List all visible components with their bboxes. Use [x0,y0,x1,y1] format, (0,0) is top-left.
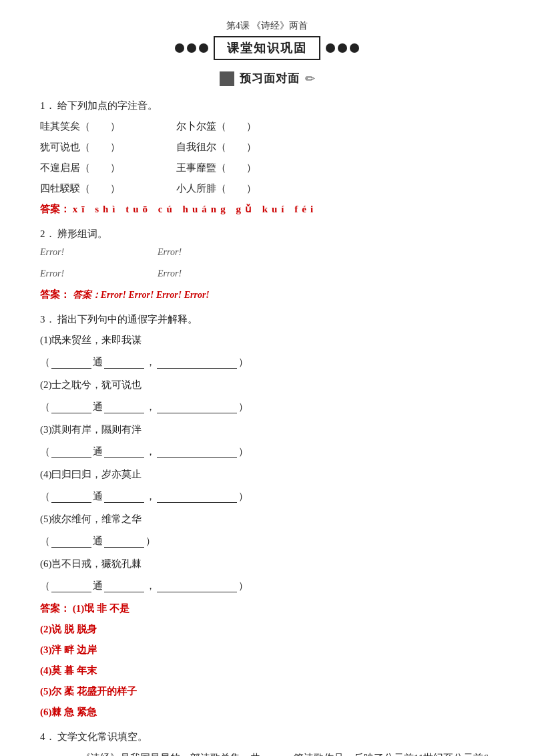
dot4 [326,43,335,53]
dot3 [199,43,208,53]
q1-left1: 哇其笑矣（ ） [40,121,120,132]
q1-row3: 不遑启居（ ） 王事靡盬（ ） [40,159,494,177]
paren-l: （ [40,486,50,506]
q3-answer-4: (4)莫 暮 年末 [40,662,494,680]
q3-blank1b[interactable] [104,355,144,369]
q1-right1: 尔卜尔筮（ ） [176,121,256,132]
square-icon [220,71,234,86]
paren-r: ） [238,441,248,461]
paren-r: ） [238,397,248,417]
q1-answer: 答案： xī shì tuō cú huáng gǔ kuí féi [40,200,494,218]
q3-answer-label: 答案： [40,603,70,614]
paren-r: ） [238,486,248,506]
question-2: 2． 辨形组词。 Error! Error! Error! Error! 答案：… [40,225,494,304]
q4-paragraph: 《诗经》是我国最早的一部诗歌总集，共篇诗歌作品，反映了公元前11世纪至公元前6世… [60,749,494,756]
q1-right3: 王事靡盬（ ） [176,162,256,173]
paren-l: （ [40,397,50,417]
q3-sub4-text: (4)曰归曰归，岁亦莫止 [40,465,494,484]
q4-label: 文学文化常识填空。 [57,731,148,742]
section-title-bar: 课堂知识巩固 [40,36,494,60]
q1-row4: 四牡騤騤（ ） 小人所腓（ ） [40,180,494,198]
paren-r: ） [238,352,248,372]
paren-r: ） [146,531,156,551]
q1-num: 1． [40,100,55,111]
q3-sub3-blank: （ 通 ， ） [40,441,494,461]
q3-answer-3: (3)泮 畔 边岸 [40,641,494,659]
q3-blank1c[interactable] [157,355,237,369]
q2-label: 辨形组词。 [57,228,107,239]
paren-l: （ [40,576,50,596]
q1-right2: 自我徂尔（ ） [176,142,256,152]
q1-answer-label: 答案： [40,204,70,214]
pencil-icon: ✏ [305,71,315,86]
q3-sub1-blank: （ 通 ， ） [40,352,494,372]
sub-title-bar: 预习面对面 ✏ [40,71,494,86]
q2-error2a: Error! [40,268,64,279]
q3-blank5a[interactable] [51,534,91,548]
q1-left2: 犹可说也（ ） [40,142,120,152]
q3-blank6a[interactable] [51,579,91,592]
q2-error-row2: Error! Error! [40,268,494,279]
q1-left3: 不遑启居（ ） [40,162,120,173]
q4-num: 4． [40,731,55,742]
q2-error1a: Error! [40,247,64,258]
paren-l: （ [40,531,50,551]
q3-blank4a[interactable] [51,490,91,503]
q3-blank6b[interactable] [104,579,144,592]
q2-error1b: Error! [158,247,182,258]
q3-blank4b[interactable] [104,490,144,503]
q3-answer-5: (5)尔 葇 花盛开的样子 [40,683,494,701]
q3-blank1a[interactable] [51,355,91,369]
q3-blank2a[interactable] [51,400,91,413]
q3-blank2c[interactable] [157,400,237,413]
q2-answer: 答案： 答案：Error! Error! Error! Error! [40,286,494,304]
q4-text: 4． 文学文化常识填空。 [40,728,494,746]
q3-sub6-text: (6)岂不日戒，玁狁孔棘 [40,555,494,573]
q1-left4: 四牡騤騤（ ） [40,183,120,194]
dots-right [326,43,359,53]
q3-sub2-text: (2)士之耽兮，犹可说也 [40,376,494,394]
lesson-title: 第4课 《诗经》两首 [226,21,308,31]
q2-num: 2． [40,228,55,239]
q1-row2: 犹可说也（ ） 自我徂尔（ ） [40,138,494,156]
q2-text: 2． 辨形组词。 [40,225,494,243]
q3-blank4c[interactable] [157,490,237,503]
q3-sub6-blank: （ 通 ， ） [40,576,494,596]
q1-answer-text: xī shì tuō cú huáng gǔ kuí féi [73,204,317,214]
q3-blank3b[interactable] [104,445,144,458]
q2-answer-label: 答案： [40,289,70,300]
q2-answer-text: 答案：Error! Error! Error! Error! [73,290,210,300]
q3-sub5-text: (5)彼尔维何，维常之华 [40,510,494,528]
q3-answer-2: (2)说 脱 脱身 [40,620,494,638]
q3-blank6c[interactable] [157,579,237,592]
q1-right4: 小人所腓（ ） [176,183,256,194]
q3-sub4-blank: （ 通 ， ） [40,486,494,506]
q1-label: 给下列加点的字注音。 [57,100,158,111]
q3-label: 指出下列句中的通假字并解释。 [57,314,198,325]
sub-title-text: 预习面对面 [240,71,300,86]
q3-num: 3． [40,314,55,325]
question-4: 4． 文学文化常识填空。 《诗经》是我国最早的一部诗歌总集，共篇诗歌作品，反映了… [40,728,494,756]
q3-blank5b[interactable] [104,534,144,548]
q3-sub1-text: (1)氓来贸丝，来即我谋 [40,331,494,349]
q1-text: 1． 给下列加点的字注音。 [40,97,494,115]
lesson-header: 第4课 《诗经》两首 [40,20,494,32]
q3-blank3a[interactable] [51,445,91,458]
dots-left [175,43,208,53]
q3-blank2b[interactable] [104,400,144,413]
question-3: 3． 指出下列句中的通假字并解释。 (1)氓来贸丝，来即我谋 （ 通 ， ） (… [40,311,494,721]
dot1 [175,43,184,53]
q3-answer-6: (6)棘 急 紧急 [40,703,494,721]
q1-row1: 哇其笑矣（ ） 尔卜尔筮（ ） [40,118,494,136]
q3-sub3-text: (3)淇则有岸，隰则有泮 [40,421,494,439]
q2-error-row1: Error! Error! [40,247,494,258]
q3-answer-header: 答案： (1)氓 非 不是 [40,600,494,618]
q3-sub5-blank: （ 通 ） [40,531,494,551]
q3-blank3c[interactable] [157,445,237,458]
dot2 [187,43,196,53]
section-title: 课堂知识巩固 [214,36,320,60]
q2-error2b: Error! [158,268,182,279]
q3-text: 3． 指出下列句中的通假字并解释。 [40,311,494,329]
question-1: 1． 给下列加点的字注音。 哇其笑矣（ ） 尔卜尔筮（ ） 犹可说也（ ） 自我… [40,97,494,218]
q3-sub2-blank: （ 通 ， ） [40,397,494,417]
